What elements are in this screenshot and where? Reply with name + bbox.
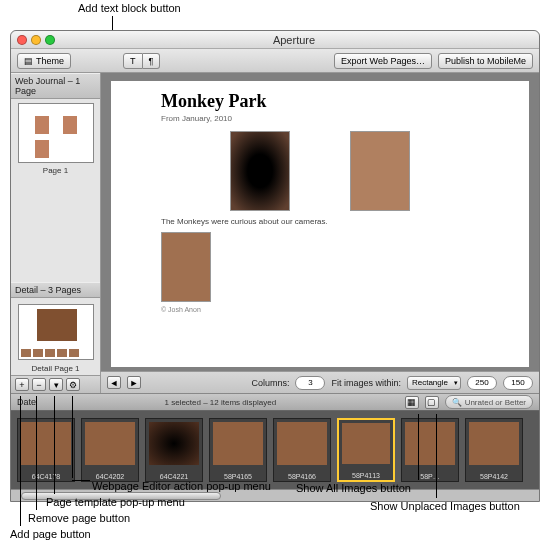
mini-photo-icon (35, 116, 49, 134)
web-journal-header: Web Journal – 1 Page (11, 73, 100, 99)
photo-row (161, 131, 479, 211)
mini-photo-icon (37, 309, 77, 341)
annotation-line (436, 414, 437, 498)
filmstrip-bar: Date 1 selected – 12 items displayed ▦ ▢… (11, 393, 539, 411)
theme-icon: ▤ (24, 56, 33, 66)
app-window: Aperture ▤ Theme T ¶ Export Web Pages… P… (10, 30, 540, 502)
filmstrip-thumb-selected[interactable]: 58P4113 (337, 418, 395, 482)
copyright: © Josh Anon (161, 306, 479, 313)
canvas-footer: ◄ ► Columns: 3 Fit images within: Rectan… (101, 371, 539, 393)
add-text-block-button[interactable]: T (123, 53, 143, 69)
placed-photo[interactable] (161, 232, 211, 302)
toolbar: ▤ Theme T ¶ Export Web Pages… Publish to… (11, 49, 539, 73)
next-page-button[interactable]: ► (127, 376, 141, 389)
filmstrip-thumb[interactable]: 58P4166 (273, 418, 331, 482)
window-controls[interactable] (17, 35, 55, 45)
minimize-icon[interactable] (31, 35, 41, 45)
theme-button[interactable]: ▤ Theme (17, 53, 71, 69)
add-page-button[interactable]: + (15, 378, 29, 391)
page-date: From January, 2010 (161, 114, 479, 123)
window-title: Aperture (55, 34, 533, 46)
columns-label: Columns: (251, 378, 289, 388)
webpage-editor-action-menu[interactable]: ⚙ (66, 378, 80, 391)
page-thumbnail-1[interactable] (18, 103, 94, 163)
annotation-show-unplaced: Show Unplaced Images button (370, 500, 520, 512)
mini-photo-icon (63, 116, 77, 134)
annotation-page-template: Page template pop-up menu (46, 496, 185, 508)
detail-thumbnail[interactable] (18, 304, 94, 360)
close-icon[interactable] (17, 35, 27, 45)
filmstrip-thumb[interactable]: 58P4142 (465, 418, 523, 482)
show-all-images-button[interactable]: ▦ (405, 396, 419, 409)
page-thumb-label: Page 1 (15, 166, 96, 175)
annotation-add-page: Add page button (10, 528, 91, 540)
canvas: Monkey Park From January, 2010 The Monke… (101, 73, 539, 393)
annotation-webpage-editor: Webpage Editor action pop-up menu (92, 480, 271, 492)
filmstrip-area: Date 1 selected – 12 items displayed ▦ ▢… (11, 393, 539, 501)
page-canvas[interactable]: Monkey Park From January, 2010 The Monke… (111, 81, 529, 367)
filmstrip-thumb[interactable]: 58P4165 (209, 418, 267, 482)
page-title: Monkey Park (161, 91, 479, 112)
annotation-line (36, 396, 37, 510)
zoom-icon[interactable] (45, 35, 55, 45)
fit-height-input[interactable]: 150 (503, 376, 533, 390)
sidebar: Web Journal – 1 Page Page 1 Detail – 3 P… (11, 73, 101, 393)
placed-photo[interactable] (350, 131, 410, 211)
annotation-line (54, 396, 55, 494)
filmstrip-thumb[interactable]: 64C4202 (81, 418, 139, 482)
annotation-line (418, 414, 419, 480)
annotation-show-all: Show All Images button (296, 482, 411, 494)
annotation-line (20, 396, 21, 526)
prev-page-button[interactable]: ◄ (107, 376, 121, 389)
annotation-add-text-block: Add text block button (78, 2, 181, 14)
page-template-menu[interactable]: ▾ (49, 378, 63, 391)
export-web-pages-button[interactable]: Export Web Pages… (334, 53, 432, 69)
filter-pill[interactable]: 🔍 Unrated or Better (445, 395, 533, 409)
titlebar: Aperture (11, 31, 539, 49)
remove-page-button[interactable]: − (32, 378, 46, 391)
columns-input[interactable]: 3 (295, 376, 325, 390)
search-icon: 🔍 (452, 398, 462, 407)
placed-photo[interactable] (230, 131, 290, 211)
sidebar-footer: + − ▾ ⚙ (11, 375, 100, 393)
filmstrip-thumb[interactable]: 64C4178 (17, 418, 75, 482)
main-body: Web Journal – 1 Page Page 1 Detail – 3 P… (11, 73, 539, 393)
fit-width-input[interactable]: 250 (467, 376, 497, 390)
annotation-line (72, 396, 73, 478)
filmstrip[interactable]: 64C4178 64C4202 64C4221 58P4165 58P4166 … (11, 411, 539, 489)
filmstrip-status: 1 selected – 12 items displayed (42, 398, 399, 407)
page-thumbnails: Page 1 (11, 99, 100, 282)
mini-photo-icon (35, 140, 49, 158)
filmstrip-thumb[interactable]: 64C4221 (145, 418, 203, 482)
fit-shape-select[interactable]: Rectangle (407, 376, 461, 390)
annotation-line (72, 480, 90, 481)
photo-caption: The Monkeys were curious about our camer… (161, 217, 479, 226)
text-block-style-button[interactable]: ¶ (143, 53, 161, 69)
detail-header: Detail – 3 Pages (11, 282, 100, 298)
filmstrip-thumb[interactable]: 58P… (401, 418, 459, 482)
mini-strip (21, 349, 91, 357)
show-unplaced-images-button[interactable]: ▢ (425, 396, 439, 409)
publish-mobileme-button[interactable]: Publish to MobileMe (438, 53, 533, 69)
annotation-remove-page: Remove page button (28, 512, 130, 524)
detail-thumb-label: Detail Page 1 (11, 364, 100, 373)
text-block-segment: T ¶ (123, 53, 160, 69)
fit-label: Fit images within: (331, 378, 401, 388)
